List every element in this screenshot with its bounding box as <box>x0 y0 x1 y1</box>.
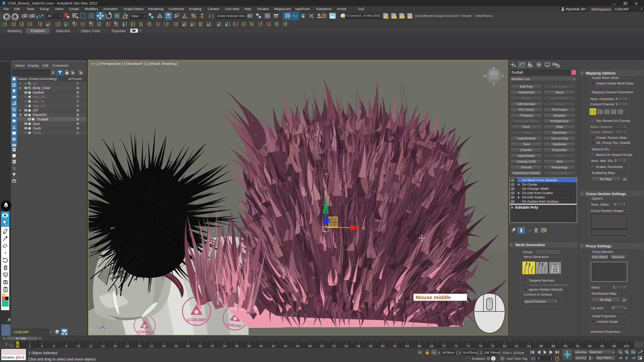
svg-text:58: 58 <box>369 344 372 348</box>
svg-text:82: 82 <box>515 344 518 348</box>
svg-text:34: 34 <box>223 344 226 348</box>
svg-text:88: 88 <box>551 344 555 348</box>
svg-text:86: 86 <box>539 344 543 348</box>
svg-text:72: 72 <box>454 344 458 348</box>
svg-text:S: S <box>493 83 495 86</box>
svg-text:Mouse middle: Mouse middle <box>416 294 451 300</box>
svg-text:E: E <box>502 74 504 78</box>
svg-text:42: 42 <box>271 344 275 348</box>
svg-text:36: 36 <box>235 344 238 348</box>
svg-text:64: 64 <box>406 344 409 348</box>
svg-text:90: 90 <box>564 344 567 348</box>
svg-text:18: 18 <box>125 344 129 348</box>
svg-text:0: 0 <box>493 357 494 360</box>
svg-text:100: 100 <box>624 344 629 348</box>
svg-text:46: 46 <box>296 344 299 348</box>
svg-text:x: x <box>97 325 99 328</box>
svg-text:60: 60 <box>381 344 385 348</box>
svg-text:3: 3 <box>3 2 5 5</box>
svg-text:N: N <box>493 67 495 70</box>
svg-text:12: 12 <box>89 344 92 348</box>
svg-text:28: 28 <box>186 344 190 348</box>
svg-text:20: 20 <box>138 344 141 348</box>
svg-text:4: 4 <box>41 344 43 348</box>
svg-text:CGBUMP: CGBUMP <box>187 318 206 322</box>
svg-text:X: X <box>361 226 364 230</box>
svg-text:80: 80 <box>503 344 506 348</box>
svg-text:70: 70 <box>442 344 446 348</box>
svg-text:14: 14 <box>101 344 105 348</box>
svg-text:38: 38 <box>247 344 251 348</box>
svg-text:Y: Y <box>325 192 327 195</box>
svg-text:94: 94 <box>588 344 592 348</box>
svg-text:8: 8 <box>65 344 67 348</box>
svg-text:24: 24 <box>162 344 166 348</box>
svg-text:32: 32 <box>211 344 214 348</box>
svg-text:W: W <box>483 74 486 78</box>
svg-text:16: 16 <box>113 344 117 348</box>
svg-text:2: 2 <box>29 344 31 348</box>
svg-text:66: 66 <box>418 344 421 348</box>
svg-text:62: 62 <box>393 344 397 348</box>
svg-text:84: 84 <box>527 344 531 348</box>
svg-text:44: 44 <box>284 344 287 348</box>
svg-text:40: 40 <box>259 344 263 348</box>
svg-text:56: 56 <box>357 344 360 348</box>
svg-text:78: 78 <box>491 344 494 348</box>
svg-text:50: 50 <box>320 344 324 348</box>
svg-text:76: 76 <box>478 344 482 348</box>
svg-text:y: y <box>103 320 105 323</box>
svg-text:30: 30 <box>198 344 202 348</box>
svg-text:48: 48 <box>308 344 311 348</box>
svg-text:6: 6 <box>53 344 55 348</box>
svg-text:54: 54 <box>345 344 348 348</box>
svg-text:92: 92 <box>576 344 579 348</box>
svg-text:[ + ] [ Perspective ] [ Standa: [ + ] [ Perspective ] [ Standard* ] [ De… <box>92 61 177 66</box>
svg-text:98: 98 <box>612 344 616 348</box>
svg-text:10: 10 <box>77 344 80 348</box>
svg-text:68: 68 <box>430 344 433 348</box>
svg-text:26: 26 <box>174 344 178 348</box>
svg-text:74: 74 <box>466 344 470 348</box>
svg-text:96: 96 <box>600 344 604 348</box>
svg-text:52: 52 <box>332 344 336 348</box>
svg-text:22: 22 <box>150 344 153 348</box>
